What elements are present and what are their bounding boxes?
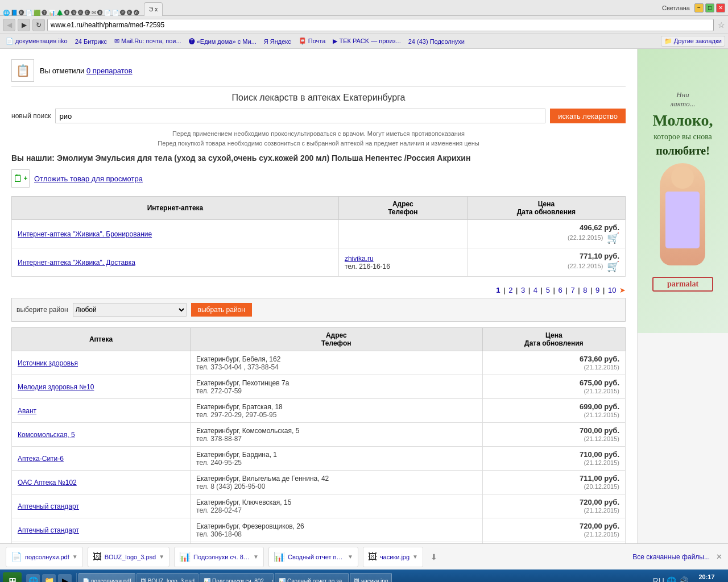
maximize-button[interactable]: □ <box>705 3 714 13</box>
add-to-view-link[interactable]: Отложить товар для просмотра <box>34 174 143 183</box>
download-more[interactable]: ⬇ <box>431 552 437 562</box>
download-arrow-1[interactable]: ▼ <box>72 554 78 560</box>
bookmark-bitrix[interactable]: 24 Битрикс <box>72 37 110 46</box>
download-bar-close[interactable]: ✕ <box>716 552 722 561</box>
download-name-4[interactable]: Сводный отчет по за....xls <box>288 554 345 560</box>
download-arrow-5[interactable]: ▼ <box>412 554 418 560</box>
pharmacy-link-6[interactable]: ОАС Аптека №102 <box>18 479 77 487</box>
download-name-1[interactable]: подсолнухи.pdf <box>25 554 69 560</box>
page-4[interactable]: 4 <box>533 286 537 294</box>
download-name-3[interactable]: Подсолнухи сч. 802 ....xls <box>193 554 250 560</box>
page-2[interactable]: 2 <box>508 286 512 294</box>
pharmacy-price-4: 700,00 руб. (21.12.2015) <box>482 423 625 447</box>
page-7[interactable]: 7 <box>570 286 574 294</box>
bookmark-pochta[interactable]: 📮 Почта <box>296 36 329 46</box>
internet-address-2: zhivika.ru тел. 216-16-16 <box>338 248 467 277</box>
internet-row-2: Интернет-аптека "Живика". Доставка zhivi… <box>12 248 626 277</box>
download-item-2: 🖼 BOUZ_logo_3.psd ▼ <box>88 547 169 567</box>
internet-pharmacy-link-2[interactable]: Интернет-аптека "Живика". Доставка <box>18 259 135 267</box>
taskbar-app-2[interactable]: 🖼BOUZ_logo_3.psd <box>136 573 198 582</box>
col-header-address-internet: АдресТелефон <box>338 197 467 220</box>
main-content: 📋 Вы отметили 0 препаратов Поиск лекарст… <box>0 49 637 543</box>
address-bar[interactable] <box>47 19 714 31</box>
download-arrow-3[interactable]: ▼ <box>253 554 259 560</box>
back-button[interactable]: ◀ <box>3 19 15 31</box>
close-button[interactable]: ✕ <box>716 3 725 13</box>
other-bookmarks-folder[interactable]: 📁 Другие закладки <box>661 36 725 47</box>
bookmark-edimdoma[interactable]: 🅣 «Едим дома» с Ми... <box>186 37 259 46</box>
download-arrow-4[interactable]: ▼ <box>348 554 353 560</box>
bookmark-sunflowers[interactable]: 24 (43) Подсолнухи <box>406 37 468 46</box>
pharmacy-row-7: Аптечный стандарт Екатеринбург, Ключевск… <box>12 494 626 518</box>
bookmark-iiko[interactable]: 📄 документация iiko <box>3 36 71 46</box>
taskbar-folder-icon[interactable]: 📁 <box>42 574 56 582</box>
page-10[interactable]: 10 <box>608 286 616 294</box>
search-label: новый поиск <box>11 112 51 120</box>
taskbar-app-1[interactable]: 📄подсолнухи.pdf <box>78 573 135 582</box>
add-icon: 🗒+ <box>11 169 30 188</box>
taskbar-app-3[interactable]: 📊Подсолнухи сч. 802 ....xls <box>200 573 274 582</box>
taskbar-media-icon[interactable]: ▶ <box>58 574 72 582</box>
bookmark-yandex[interactable]: Я Яндекс <box>261 37 294 46</box>
pharmacy-row-2: Мелодия здоровья №10 Екатеринбург, Пехот… <box>12 375 626 399</box>
pharmacy-address-8: Екатеринбург, Фрезеровщиков, 26тел. 306-… <box>191 518 483 542</box>
pharmacy-row-5: Аптека-Сити-6 Екатеринбург, Бардина, 1те… <box>12 447 626 471</box>
pharmacy-address-1: Екатеринбург, Бебеля, 162тел. 373-04-04 … <box>191 351 483 375</box>
notice-icon: 📋 <box>11 59 34 82</box>
page-1[interactable]: 1 <box>496 286 500 294</box>
download-name-5[interactable]: часики.jpg <box>380 554 410 560</box>
internet-row-1: Интернет-аптека "Живика". Бронирование 4… <box>12 220 626 248</box>
page-9[interactable]: 9 <box>595 286 599 294</box>
pharmacy-address-3: Екатеринбург, Братская, 18тел. 297-20-29… <box>191 399 483 423</box>
bookmark-tekpack[interactable]: ▶ ТЕК PACK — произ... <box>330 36 403 46</box>
minimize-button[interactable]: − <box>694 3 704 13</box>
pharmacy-price-8: 720,00 руб. (21.12.2015) <box>482 518 625 542</box>
tab-current[interactable]: Э х <box>144 2 163 16</box>
bookmark-mail[interactable]: ✉ Mail.Ru: почта, пои... <box>111 36 184 46</box>
download-all-link[interactable]: Все скачанные файлы... <box>632 553 710 561</box>
ad-slogan1: которое вы снова <box>652 132 713 142</box>
preparations-link[interactable]: 0 препаратов <box>86 66 133 75</box>
taskbar-ie-icon[interactable]: 🌐 <box>26 574 40 582</box>
region-select[interactable]: Любой <box>73 303 187 317</box>
region-button[interactable]: выбрать район <box>191 303 252 317</box>
internet-price-2: 771,10 руб. (22.12.2015) 🛒 <box>467 248 625 277</box>
pharmacy-link-4[interactable]: Комсомольская, 5 <box>18 431 75 439</box>
start-button[interactable]: ⊞ <box>3 572 22 582</box>
sidebar-ad: Ннилакто... Молоко, которое вы снова пол… <box>637 49 728 543</box>
cart-button-1[interactable]: 🛒 <box>607 232 619 244</box>
taskbar-app-5[interactable]: 🖼часики.jpg <box>350 573 392 582</box>
bookmark-star[interactable]: ☆ <box>718 20 725 30</box>
zhivika-link[interactable]: zhivika.ru <box>345 255 374 263</box>
pharmacy-link-8[interactable]: Аптечный стандарт <box>18 526 79 534</box>
systray-volume: 🔊 <box>679 576 688 582</box>
pharmacy-link-3[interactable]: Авант <box>18 407 36 415</box>
pharmacy-link-5[interactable]: Аптека-Сити-6 <box>18 455 64 463</box>
taskbar-app-4[interactable]: 📊Сводный отчет по за....xls <box>275 573 349 582</box>
pharmacy-link-7[interactable]: Аптечный стандарт <box>18 502 79 510</box>
refresh-button[interactable]: ↻ <box>32 19 45 31</box>
ad-slogan2: полюбите! <box>652 144 713 157</box>
next-arrow[interactable]: ➤ <box>619 286 626 294</box>
region-label: выберите район <box>16 306 68 314</box>
pharmacy-price-2: 675,00 руб. (21.12.2015) <box>482 375 625 399</box>
col-header-price: ЦенаДата обновления <box>482 328 625 351</box>
download-name-2[interactable]: BOUZ_logo_3.psd <box>105 554 156 560</box>
page-3[interactable]: 3 <box>521 286 525 294</box>
col-header-pharmacy: Аптека <box>12 328 191 351</box>
internet-pharmacy-link-1[interactable]: Интернет-аптека "Живика". Бронирование <box>18 230 152 238</box>
page-5[interactable]: 5 <box>546 286 550 294</box>
download-arrow-2[interactable]: ▼ <box>159 554 164 560</box>
pharmacy-table: Аптека АдресТелефон ЦенаДата обновления … <box>11 327 626 543</box>
taskbar: ⊞ 🌐 📁 ▶ 📄подсолнухи.pdf 🖼BOUZ_logo_3.psd… <box>0 569 728 582</box>
page-8[interactable]: 8 <box>583 286 587 294</box>
forward-button[interactable]: ▶ <box>18 19 30 31</box>
ad-image[interactable]: Ннилакто... Молоко, которое вы снова пол… <box>638 49 728 333</box>
search-input[interactable] <box>55 109 545 123</box>
cart-button-2[interactable]: 🛒 <box>607 261 619 272</box>
search-button[interactable]: искать лекарство <box>550 109 626 123</box>
found-text: Вы нашли: Эмолиум Эмульсия для тела (ухо… <box>11 153 626 163</box>
pharmacy-link-2[interactable]: Мелодия здоровья №10 <box>18 383 94 391</box>
pharmacy-link-1[interactable]: Источник здоровья <box>18 359 78 367</box>
page-6[interactable]: 6 <box>559 286 562 294</box>
